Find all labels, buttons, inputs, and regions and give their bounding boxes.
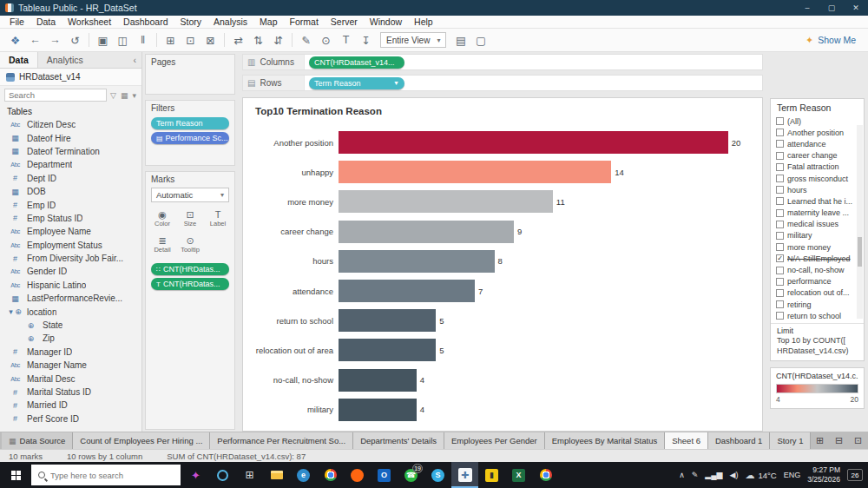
taskbar-search-input[interactable] (50, 471, 155, 480)
bar-mark[interactable] (339, 131, 728, 154)
checkbox[interactable] (776, 232, 784, 240)
bar-mark[interactable] (339, 369, 417, 392)
field-emp-status-id[interactable]: #Emp Status ID (0, 212, 141, 225)
menu-help[interactable]: Help (408, 16, 439, 29)
fit-dropdown[interactable]: Entire View ▾ (380, 32, 446, 48)
field-dateof-termination[interactable]: ▦Dateof Termination (0, 145, 141, 158)
duplicate-icon[interactable]: ⊡ (181, 31, 201, 49)
category-label[interactable]: attendance (243, 287, 339, 296)
sheet-tab-employees-per-gender[interactable]: Employees Per Gender (444, 432, 545, 449)
filter-funnel-icon[interactable]: ▽ (109, 91, 117, 100)
filter-scrollbar[interactable] (857, 125, 863, 319)
filter-item-learned-that-he-i[interactable]: Learned that he i... (776, 195, 856, 207)
file-explorer-icon[interactable] (263, 462, 290, 488)
menu-dashboard[interactable]: Dashboard (117, 16, 174, 29)
checkbox[interactable] (776, 197, 784, 205)
rows-shelf[interactable]: ▤ Rows Term Reason ▼ (242, 75, 763, 91)
start-button[interactable] (0, 462, 31, 488)
color-legend-card[interactable]: CNT(HRDataset_v14.c... 4 20 (770, 367, 865, 409)
task-view-icon[interactable]: ⊞ (236, 462, 263, 488)
filter-item-performance[interactable]: performance (776, 276, 856, 287)
firefox-icon[interactable] (344, 462, 371, 488)
field-gender-id[interactable]: AbcGender ID (0, 265, 141, 278)
filter-item-more-money[interactable]: more money (776, 241, 856, 253)
chrome-icon[interactable] (317, 462, 344, 488)
language-indicator[interactable]: ENG (784, 471, 801, 479)
menu-data[interactable]: Data (30, 16, 62, 29)
browser-icon[interactable] (532, 462, 559, 488)
checkbox[interactable] (776, 221, 784, 228)
pages-card[interactable]: Pages (145, 54, 235, 95)
bar-mark[interactable] (339, 309, 436, 332)
field-hispanic-latino[interactable]: AbcHispanic Latino (0, 279, 141, 292)
redo-icon[interactable]: → (45, 31, 65, 49)
tableau-logo-icon[interactable]: ❖ (5, 31, 25, 49)
clock[interactable]: 9:27 PM 3/25/2026 (807, 465, 840, 484)
field-manager-id[interactable]: #Manager ID (0, 346, 141, 359)
field-from-diversity-job-fair[interactable]: #From Diversity Job Fair... (0, 252, 141, 265)
menu-story[interactable]: Story (174, 16, 207, 29)
label-button[interactable]: TLabel (205, 206, 231, 230)
presentation-mode-icon[interactable]: ▢ (470, 31, 490, 49)
sheet-tab-departments-details[interactable]: Departments' Details (353, 432, 444, 449)
datasource-row[interactable]: HRDataset_v14 (0, 69, 141, 86)
sheet-tab-count-of-employees-per-hiring[interactable]: Count of Employees Per Hiring ... (73, 432, 210, 449)
filter-item-medical-issues[interactable]: medical issues (776, 219, 856, 230)
bar-mark[interactable] (339, 250, 495, 273)
undo-icon[interactable]: ← (25, 31, 45, 49)
field-marital-status-id[interactable]: #Marital Status ID (0, 386, 141, 399)
filter-item-no-call-no-show[interactable]: no-call, no-show (776, 264, 856, 275)
fix-axes-icon[interactable]: ↧ (356, 31, 376, 49)
new-datasource-icon[interactable]: ◫ (113, 31, 133, 49)
pause-updates-icon[interactable]: ‖ (133, 31, 153, 49)
sheet-tab-data-source[interactable]: ▦Data Source (2, 432, 73, 449)
rows-shelf-track[interactable]: Term Reason ▼ (304, 76, 762, 90)
field-dateof-hire[interactable]: ▦Dateof Hire (0, 131, 141, 144)
notification-badge[interactable]: 26 (847, 469, 863, 481)
bar-mark[interactable] (339, 280, 475, 302)
filter-item-another-position[interactable]: Another position (776, 127, 856, 138)
sheet-tab-dashboard-1[interactable]: Dashboard 1 (708, 432, 770, 449)
sheet-tab-performance-per-recruitment-so[interactable]: Performance Per Recruitment So... (210, 432, 353, 449)
show-hide-cards-icon[interactable]: ▤ (450, 31, 470, 49)
tab-analytics[interactable]: Analytics (38, 52, 92, 68)
checkbox[interactable] (776, 129, 784, 136)
filter-item-fatal-attraction[interactable]: Fatal attraction (776, 162, 856, 173)
checkbox[interactable] (776, 140, 784, 148)
field-employment-status[interactable]: AbcEmployment Status (0, 239, 141, 252)
checkbox[interactable] (776, 278, 784, 286)
tab-data[interactable]: Data (0, 52, 38, 68)
menu-map[interactable]: Map (253, 16, 283, 29)
field-perf-score-id[interactable]: #Perf Score ID (0, 412, 141, 425)
columns-shelf-track[interactable]: CNT(HRDataset_v14... (304, 55, 762, 69)
category-label[interactable]: military (243, 405, 339, 414)
tableau-icon[interactable]: ✚ (451, 462, 478, 488)
checkbox[interactable] (776, 175, 784, 182)
hidden-icons-caret[interactable]: ∧ (679, 471, 685, 479)
show-mark-labels-icon[interactable]: T (336, 31, 356, 49)
field-zip[interactable]: ⊕Zip (0, 332, 141, 345)
sheet-tab-employees-by-marital-status[interactable]: Employees By Marital Status (545, 432, 665, 449)
voice-assistant-icon[interactable] (209, 462, 236, 488)
search-input[interactable] (4, 89, 107, 102)
checkbox[interactable] (776, 312, 784, 320)
menu-format[interactable]: Format (284, 16, 325, 29)
category-label[interactable]: hours (243, 256, 339, 266)
powerbi-icon[interactable]: ▮ (478, 462, 505, 488)
bar-mark[interactable] (339, 221, 514, 243)
sort-descending-icon[interactable]: ⇵ (268, 31, 288, 49)
color-button[interactable]: ◉Color (149, 206, 175, 230)
filter-item-maternity-leave[interactable]: maternity leave ... (776, 208, 856, 219)
bar-mark[interactable] (339, 161, 611, 183)
view-grid-icon[interactable]: ▦ (120, 91, 129, 100)
sheet-tab-story-1[interactable]: Story 1 (770, 432, 811, 449)
highlight-icon[interactable]: ✎ (296, 31, 316, 49)
tooltip-button[interactable]: ⊙Tooltip (177, 232, 203, 256)
field-lastperformancerevie[interactable]: ▦LastPerformanceRevie... (0, 292, 141, 305)
filter-item-retiring[interactable]: retiring (776, 299, 856, 310)
maximize-button[interactable]: ▢ (819, 0, 844, 16)
category-label[interactable]: Another position (243, 138, 339, 148)
new-story-tab-icon[interactable]: ⊡ (849, 432, 866, 448)
sheet-tab-sheet-6[interactable]: Sheet 6 (665, 432, 708, 449)
new-worksheet-icon[interactable]: ⊞ (161, 31, 181, 49)
